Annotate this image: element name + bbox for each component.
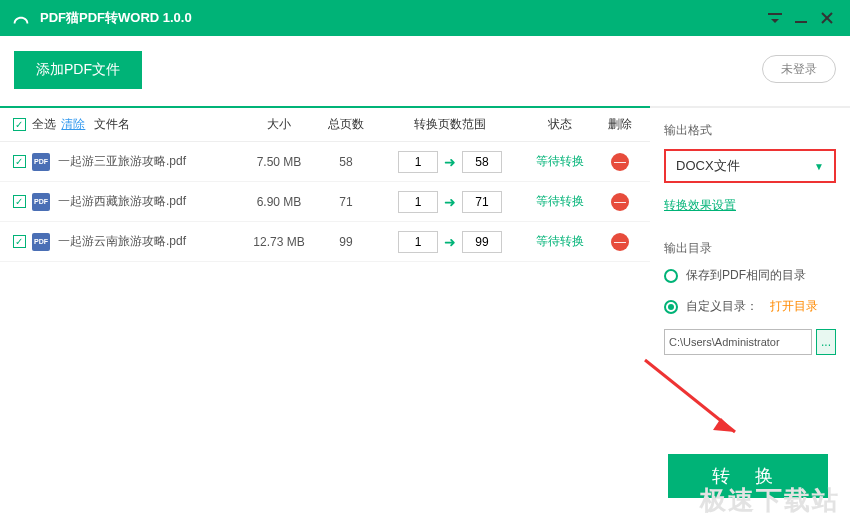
col-status: 状态 xyxy=(524,116,596,133)
file-size: 6.90 MB xyxy=(242,195,316,209)
file-pages: 71 xyxy=(316,195,376,209)
minimize-button[interactable] xyxy=(788,5,814,31)
format-label: 输出格式 xyxy=(664,122,836,139)
file-list-panel: ✓ 全选 清除 文件名 大小 总页数 转换页数范围 状态 删除 ✓PDF一起游三… xyxy=(0,106,650,520)
effect-settings-link[interactable]: 转换效果设置 xyxy=(664,198,736,212)
arrow-right-icon: ➜ xyxy=(444,194,456,210)
arrow-right-icon: ➜ xyxy=(444,234,456,250)
pdf-file-icon: PDF xyxy=(32,153,50,171)
svg-rect-0 xyxy=(768,13,782,15)
arrow-right-icon: ➜ xyxy=(444,154,456,170)
convert-button[interactable]: 转 换 xyxy=(668,454,828,498)
add-pdf-button[interactable]: 添加PDF文件 xyxy=(14,51,142,89)
col-delete: 删除 xyxy=(596,116,644,133)
table-header: ✓ 全选 清除 文件名 大小 总页数 转换页数范围 状态 删除 xyxy=(0,108,650,142)
range-from-input[interactable] xyxy=(398,151,438,173)
app-logo-icon xyxy=(10,7,32,29)
table-row: ✓PDF一起游云南旅游攻略.pdf12.73 MB99➜等待转换— xyxy=(0,222,650,262)
clear-link[interactable]: 清除 xyxy=(61,117,85,131)
file-pages: 99 xyxy=(316,235,376,249)
file-size: 12.73 MB xyxy=(242,235,316,249)
range-to-input[interactable] xyxy=(462,231,502,253)
radio-same-dir[interactable] xyxy=(664,269,678,283)
svg-marker-1 xyxy=(771,19,779,23)
file-status: 等待转换 xyxy=(524,153,596,170)
range-to-input[interactable] xyxy=(462,151,502,173)
row-checkbox[interactable]: ✓ xyxy=(13,155,26,168)
pdf-file-icon: PDF xyxy=(32,193,50,211)
col-filename: 文件名 xyxy=(90,116,242,133)
radio-custom-dir[interactable] xyxy=(664,300,678,314)
app-title: PDF猫PDF转WORD 1.0.0 xyxy=(40,9,762,27)
file-pages: 58 xyxy=(316,155,376,169)
range-from-input[interactable] xyxy=(398,191,438,213)
file-status: 等待转换 xyxy=(524,193,596,210)
col-range: 转换页数范围 xyxy=(376,116,524,133)
browse-button[interactable]: ... xyxy=(816,329,836,355)
output-path-input[interactable] xyxy=(664,329,812,355)
file-size: 7.50 MB xyxy=(242,155,316,169)
caret-down-icon: ▼ xyxy=(814,161,824,172)
row-checkbox[interactable]: ✓ xyxy=(13,235,26,248)
svg-rect-2 xyxy=(795,21,807,23)
login-button[interactable]: 未登录 xyxy=(762,55,836,83)
range-from-input[interactable] xyxy=(398,231,438,253)
delete-row-button[interactable]: — xyxy=(611,233,629,251)
outdir-label: 输出目录 xyxy=(664,240,836,257)
radio-same-label: 保存到PDF相同的目录 xyxy=(686,267,806,284)
file-status: 等待转换 xyxy=(524,233,596,250)
menu-button[interactable] xyxy=(762,5,788,31)
table-row: ✓PDF一起游西藏旅游攻略.pdf6.90 MB71➜等待转换— xyxy=(0,182,650,222)
radio-custom-label: 自定义目录： xyxy=(686,298,758,315)
delete-row-button[interactable]: — xyxy=(611,153,629,171)
pdf-file-icon: PDF xyxy=(32,233,50,251)
format-value: DOCX文件 xyxy=(676,157,740,175)
table-row: ✓PDF一起游三亚旅游攻略.pdf7.50 MB58➜等待转换— xyxy=(0,142,650,182)
range-to-input[interactable] xyxy=(462,191,502,213)
select-all-checkbox[interactable]: ✓ xyxy=(13,118,26,131)
row-checkbox[interactable]: ✓ xyxy=(13,195,26,208)
col-pages: 总页数 xyxy=(316,116,376,133)
open-dir-link[interactable]: 打开目录 xyxy=(770,298,818,315)
file-name: 一起游云南旅游攻略.pdf xyxy=(54,233,242,250)
toolbar: 添加PDF文件 未登录 xyxy=(0,36,850,106)
file-name: 一起游三亚旅游攻略.pdf xyxy=(54,153,242,170)
output-format-select[interactable]: DOCX文件 ▼ xyxy=(664,149,836,183)
col-size: 大小 xyxy=(242,116,316,133)
close-button[interactable] xyxy=(814,5,840,31)
select-all-label: 全选 xyxy=(32,117,56,131)
titlebar: PDF猫PDF转WORD 1.0.0 xyxy=(0,0,850,36)
delete-row-button[interactable]: — xyxy=(611,193,629,211)
file-name: 一起游西藏旅游攻略.pdf xyxy=(54,193,242,210)
